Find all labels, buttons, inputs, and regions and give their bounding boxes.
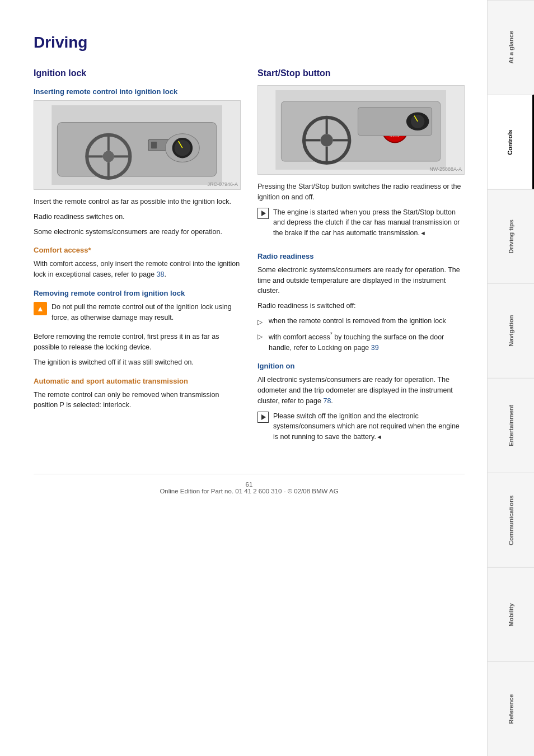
- play-icon-2: [257, 412, 269, 423]
- image1-label: JRC-07946-A: [207, 181, 238, 187]
- ignition-para1: All electronic systems/consumers are rea…: [257, 375, 465, 406]
- battery-save-note: Please switch off the ignition and the e…: [257, 411, 465, 447]
- svg-rect-9: [151, 142, 157, 148]
- sidebar-item-navigation[interactable]: Navigation: [488, 283, 534, 378]
- comfort-title: Comfort access*: [34, 246, 241, 254]
- footer-text: Online Edition for Part no. 01 41 2 600 …: [160, 488, 338, 494]
- radio-bullet-list: ▷ when the remote control is removed fro…: [257, 316, 465, 353]
- sidebar-item-at-a-glance[interactable]: At a glance: [488, 0, 534, 95]
- sidebar-item-mobility[interactable]: Mobility: [488, 567, 534, 662]
- bullet-item-2: ▷ with comfort access* by touching the s…: [257, 330, 465, 353]
- removing-para2: The ignition is switched off if it was s…: [34, 357, 241, 368]
- sidebar: At a glance Controls Driving tips Naviga…: [487, 0, 534, 756]
- startstop-image: START STOP NW-25888A-A: [257, 85, 465, 175]
- two-column-layout: Ignition lock Inserting remote control i…: [34, 68, 465, 451]
- play-icon-1: [257, 208, 269, 219]
- auto-para: The remote control can only be removed w…: [34, 390, 241, 411]
- engine-start-text: The engine is started when you press the…: [273, 207, 465, 239]
- sidebar-item-driving-tips[interactable]: Driving tips: [488, 189, 534, 284]
- insert-para1: Insert the remote control as far as poss…: [34, 197, 241, 207]
- ignition-page-link[interactable]: 78: [323, 397, 331, 405]
- back-arrow-2: ◄: [376, 433, 382, 440]
- auto-title: Automatic and sport automatic transmissi…: [34, 377, 241, 385]
- svg-point-3: [103, 151, 114, 162]
- sidebar-item-communications[interactable]: Communications: [488, 473, 534, 567]
- insert-para2: Radio readiness switches on.: [34, 212, 241, 222]
- image2-label: NW-25888A-A: [429, 166, 462, 172]
- page-title: Driving: [34, 34, 465, 52]
- bullet-item-1: ▷ when the remote control is removed fro…: [257, 316, 465, 327]
- bullet-arrow-2: ▷: [257, 332, 264, 342]
- insert-para3: Some electronic systems/consumers are re…: [34, 227, 241, 237]
- ignition-image: JRC-07946-A: [34, 100, 241, 190]
- main-content: Driving Ignition lock Inserting remote c…: [0, 0, 487, 756]
- removing-title: Removing remote control from ignition lo…: [34, 289, 241, 297]
- sidebar-item-entertainment[interactable]: Entertainment: [488, 378, 534, 473]
- svg-point-17: [321, 134, 333, 146]
- radio-readiness-title: Radio readiness: [257, 252, 465, 260]
- sidebar-item-controls[interactable]: Controls: [488, 95, 534, 189]
- warning-icon: ▲: [34, 302, 47, 315]
- bullet-arrow-1: ▷: [257, 317, 264, 327]
- ignition-on-title: Ignition on: [257, 362, 465, 370]
- comfort-para: With comfort access, only insert the rem…: [34, 259, 241, 280]
- warning-text: Do not pull the remote control out of th…: [51, 302, 241, 323]
- sidebar-item-reference[interactable]: Reference: [488, 661, 534, 756]
- bullet-text-1: when the remote control is removed from …: [269, 316, 446, 326]
- bullet-text-2: with comfort access* by touching the sur…: [269, 330, 465, 353]
- left-column: Ignition lock Inserting remote control i…: [34, 68, 241, 451]
- ignition-lock-title: Ignition lock: [34, 68, 241, 78]
- comfort-page-link[interactable]: 38: [157, 270, 165, 278]
- radio-para2: Radio readiness is switched off:: [257, 301, 465, 311]
- startstop-title: Start/Stop button: [257, 68, 465, 78]
- engine-start-note: The engine is started when you press the…: [257, 207, 465, 243]
- inserting-title: Inserting remote control into ignition l…: [34, 87, 241, 96]
- back-arrow-1: ◄: [420, 230, 426, 236]
- locking-page-link[interactable]: 39: [371, 344, 379, 352]
- page-number: 61: [246, 481, 253, 488]
- startstop-para: Pressing the Start/Stop button switches …: [257, 181, 465, 203]
- removing-para1: Before removing the remote control, firs…: [34, 332, 241, 353]
- warning-box: ▲ Do not pull the remote control out of …: [34, 302, 241, 328]
- radio-para1: Some electronic systems/consumers are re…: [257, 265, 465, 296]
- page-footer: 61 Online Edition for Part no. 01 41 2 6…: [34, 474, 465, 494]
- right-column: Start/Stop button START STOP: [257, 68, 465, 451]
- battery-save-text: Please switch off the ignition and the e…: [273, 411, 465, 442]
